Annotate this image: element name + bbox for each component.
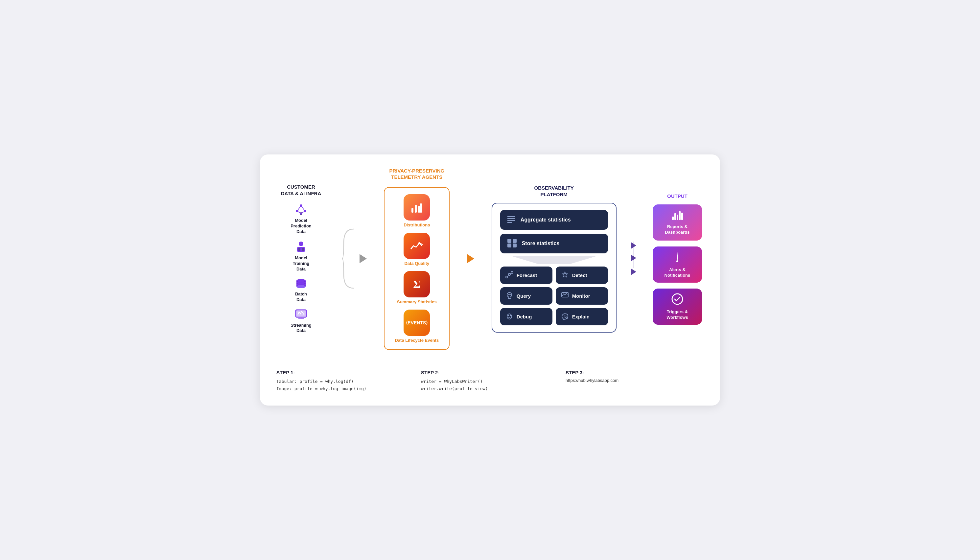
- svg-rect-10: [298, 248, 300, 251]
- item-label: BatchData: [295, 292, 307, 303]
- step2-col: STEP 2: writer = WhyLabsWriter() writer.…: [421, 370, 559, 392]
- explain-label: Explain: [572, 314, 590, 320]
- svg-point-18: [297, 285, 306, 288]
- query-icon: [505, 292, 513, 300]
- model-training-icon: [295, 240, 307, 253]
- svg-line-43: [510, 273, 512, 274]
- triggers-label: Triggers &Workflows: [667, 309, 688, 320]
- svg-rect-26: [418, 206, 420, 213]
- agent-lifecycle-events: ⟨EVENTS⟩ Data Lifecycle Events: [395, 310, 439, 343]
- output-reports: Reports &Dashboards: [653, 204, 702, 240]
- data-quality-label: Data Quality: [404, 261, 429, 266]
- col-customer: CUSTOMER DATA & AI INFRA: [277, 184, 326, 333]
- svg-rect-56: [679, 211, 681, 220]
- item-label: StreamingData: [290, 323, 312, 334]
- platform-grid: Forecast Detect: [500, 267, 608, 325]
- detect-icon: [561, 271, 569, 279]
- distributions-icon: [403, 194, 430, 220]
- output-alerts: Alerts &Notifications: [653, 247, 702, 283]
- svg-rect-33: [507, 222, 512, 223]
- diagram-container: CUSTOMER DATA & AI INFRA: [260, 155, 720, 405]
- output-triggers: Triggers &Workflows: [653, 288, 702, 325]
- svg-line-6: [297, 211, 301, 213]
- debug-label: Debug: [517, 314, 532, 320]
- lifecycle-events-icon: ⟨EVENTS⟩: [403, 310, 430, 336]
- summary-stats-label: Summary Statistics: [397, 299, 437, 304]
- agent-distributions: Distributions: [403, 194, 430, 227]
- col-output: Reports &Dashboards Alerts &Notification…: [651, 204, 703, 325]
- item-label: ModelTrainingData: [293, 255, 310, 272]
- customer-items: ModelPredictionData ModelTrainingData: [290, 203, 312, 333]
- arrow-to-triggers: [631, 268, 636, 275]
- step2-line2: writer.write(profile_view): [421, 386, 488, 391]
- svg-rect-24: [412, 208, 413, 213]
- data-quality-icon: [403, 233, 430, 259]
- alerts-icon: [673, 251, 682, 265]
- svg-point-8: [299, 242, 303, 246]
- svg-rect-11: [302, 248, 304, 251]
- platform-query: Query: [500, 287, 552, 305]
- svg-point-46: [507, 314, 512, 319]
- col1-title: CUSTOMER DATA & AI INFRA: [281, 184, 321, 197]
- store-label: Store statistics: [522, 240, 560, 247]
- step1-line1: Tabular: profile = why.log(df): [277, 379, 353, 384]
- step1-col: STEP 1: Tabular: profile = why.log(df) I…: [277, 370, 414, 392]
- svg-point-47: [508, 315, 509, 316]
- svg-rect-57: [681, 213, 683, 220]
- telemetry-box: Distributions Data Quality: [384, 187, 450, 350]
- platform-debug: Debug: [500, 308, 552, 325]
- step1-code: Tabular: profile = why.log(df) Image: pr…: [277, 378, 414, 392]
- svg-rect-54: [674, 213, 676, 220]
- agent-summary-stats: Σ Summary Statistics: [397, 271, 437, 304]
- platform-box: Aggregate statistics Store statistics: [492, 203, 617, 333]
- item-streaming-data: StreamingData: [290, 308, 312, 334]
- platform-detect: Detect: [556, 267, 608, 284]
- platform-forecast: Forecast: [500, 267, 552, 284]
- svg-point-48: [510, 315, 511, 316]
- funnel-indicator: [500, 256, 608, 264]
- item-label: ModelPredictionData: [290, 218, 312, 235]
- reports-label: Reports &Dashboards: [665, 224, 690, 235]
- col-output-wrapper: OUTPUT Reports &Dashboards: [651, 193, 703, 325]
- svg-rect-34: [507, 239, 512, 243]
- step3-link: https://hub.whylabsapp.com: [566, 378, 618, 383]
- svg-rect-35: [513, 239, 517, 243]
- col-platform-wrapper: OBSERVABILITYPLATFORM Aggregate statisti…: [492, 185, 617, 333]
- detect-label: Detect: [572, 272, 587, 278]
- step2-title: STEP 2:: [421, 370, 559, 375]
- platform-aggregate: Aggregate statistics: [500, 210, 608, 230]
- step2-line1: writer = WhyLabsWriter(): [421, 379, 483, 384]
- step2-code: writer = WhyLabsWriter() writer.write(pr…: [421, 378, 559, 392]
- svg-rect-20: [297, 310, 306, 317]
- step1-title: STEP 1:: [277, 370, 414, 375]
- svg-line-42: [507, 275, 509, 277]
- svg-rect-25: [415, 205, 417, 213]
- svg-rect-31: [507, 218, 515, 219]
- step1-line2: Image: profile = why.log_image(img): [277, 386, 367, 391]
- step3-url: https://hub.whylabsapp.com: [566, 378, 703, 383]
- item-batch-data: BatchData: [290, 278, 312, 303]
- step3-col: STEP 3: https://hub.whylabsapp.com: [566, 370, 703, 392]
- col4-title: OUTPUT: [651, 193, 703, 200]
- svg-rect-32: [507, 220, 515, 221]
- debug-icon: [505, 313, 513, 321]
- svg-rect-27: [420, 203, 422, 213]
- svg-rect-55: [677, 215, 678, 220]
- lifecycle-events-label: Data Lifecycle Events: [395, 338, 439, 343]
- alerts-label: Alerts &Notifications: [665, 267, 690, 278]
- aggregate-label: Aggregate statistics: [520, 217, 571, 223]
- output-arrows: [631, 242, 636, 275]
- main-flow: CUSTOMER DATA & AI INFRA: [277, 168, 703, 350]
- explain-icon: [561, 313, 569, 321]
- monitor-icon: [561, 292, 569, 300]
- distributions-label: Distributions: [403, 222, 430, 227]
- svg-line-4: [297, 206, 301, 211]
- item-model-training: ModelTrainingData: [290, 240, 312, 272]
- triggers-icon: [672, 293, 683, 307]
- platform-monitor: Monitor: [556, 287, 608, 305]
- svg-rect-36: [507, 243, 512, 247]
- aggregate-icon: [507, 215, 516, 225]
- platform-explain: Explain: [556, 308, 608, 325]
- svg-rect-37: [513, 243, 517, 247]
- reports-icon: [672, 210, 683, 222]
